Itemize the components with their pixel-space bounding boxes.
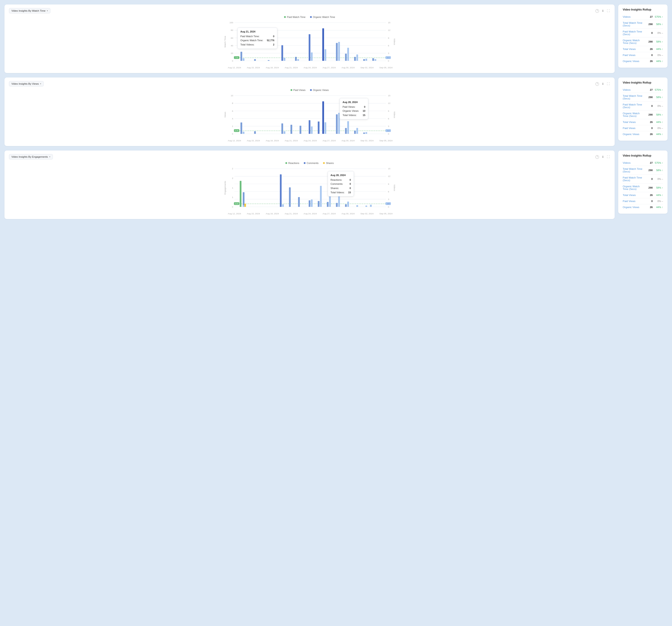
expand-icon-btn[interactable]: ⛶	[606, 81, 610, 86]
bar-right	[338, 113, 340, 134]
bar-left	[322, 101, 324, 134]
rollup-title: Video Insights Rollup	[623, 81, 663, 84]
bar-right	[347, 201, 349, 207]
y-left-title: Engagements	[224, 181, 226, 195]
bar-left	[345, 54, 347, 61]
y-right-label: 0	[388, 133, 389, 135]
bar-right	[338, 42, 340, 61]
download-icon-btn[interactable]: ⬇	[601, 154, 605, 159]
y-left-label: 20	[231, 52, 233, 54]
rollup-row-pct: 0% –	[654, 127, 663, 129]
chart-svg: 02040608010003691215Watch TimeVideosAug …	[9, 20, 610, 69]
download-icon: ⬇	[602, 82, 604, 86]
rollup-row-pct: 0% –	[654, 31, 663, 34]
section-watch-time: Video Insights By Watch Time ▾ ? ⬇ ⛶ Pai…	[4, 4, 668, 73]
y-right-label: 0	[388, 59, 389, 62]
rollup-row-pct: 0% –	[654, 177, 663, 180]
legend-dot	[285, 162, 287, 164]
right-badge: 1.6	[387, 203, 389, 205]
help-icon-btn[interactable]: ?	[595, 81, 599, 86]
y-right-label: 9	[388, 183, 389, 185]
y-right-label: 15	[388, 94, 391, 97]
y-right-title: Videos	[393, 38, 396, 45]
bar-left	[363, 133, 365, 134]
dropdown-arrow-icon: ▾	[47, 9, 48, 12]
left-badge: 7.5	[235, 57, 238, 59]
legend-label: Reactions	[288, 162, 299, 164]
y-right-title: Videos	[393, 111, 396, 118]
rollup-row-value: 0	[646, 127, 653, 129]
rollup-row-value: 26	[646, 60, 653, 63]
rollup-row-pct: 44% ↑	[654, 194, 663, 196]
y-right-label: 3	[388, 52, 389, 54]
chart-header-watch-time: Video Insights By Watch Time ▾ ? ⬇ ⛶	[9, 8, 610, 14]
chart-title-btn-engagements[interactable]: Video Insights By Engagements ▾	[9, 154, 53, 160]
y-left-label: 80	[231, 29, 233, 31]
rollup-row-value: 0	[646, 177, 653, 180]
rollup-row-value: 290	[646, 186, 653, 189]
rollup-row: Paid Watch Time (Secs)00% –	[623, 102, 663, 111]
bar-left	[318, 201, 320, 207]
rollup-row-label: Organic Views	[623, 60, 646, 63]
bar-right	[243, 205, 244, 207]
chart-title-btn-views[interactable]: Video Insights By Views ▾	[9, 81, 44, 87]
rollup-row-label: Total Views	[623, 121, 646, 123]
rollup-row: Organic Views2644% ↑	[623, 131, 663, 137]
expand-icon-btn[interactable]: ⛶	[606, 8, 610, 13]
y-left-label: 100	[230, 21, 233, 24]
rollup-row: Total Watch Time (Secs)29058% ↑	[623, 93, 663, 102]
help-icon: ?	[595, 9, 599, 13]
download-icon-btn[interactable]: ⬇	[601, 81, 605, 86]
legend-engagements: ReactionsCommentsShares	[9, 162, 610, 164]
rollup-row-value: 290	[646, 169, 653, 172]
y-left-label: 2	[232, 125, 233, 127]
bar-right	[284, 131, 285, 134]
y-right-label: 6	[388, 117, 389, 120]
bar-right	[243, 132, 244, 134]
rollup-row-value: 26	[646, 206, 653, 209]
bar-right	[347, 121, 349, 134]
rollup-row-label: Organic Watch Time (Secs)	[623, 112, 646, 117]
legend-dot	[290, 89, 292, 91]
legend-views: Paid ViewsOrganic Views	[9, 89, 610, 91]
bar-left	[280, 174, 282, 207]
y-right-label: 12	[388, 102, 390, 104]
bar-right	[356, 128, 358, 134]
x-label: Aug 27, 2024	[322, 66, 336, 69]
section-views: Video Insights By Views ▾ ? ⬇ ⛶ Paid Vie…	[4, 77, 668, 146]
rollup-row: Total Watch Time (Secs)29058% ↑	[623, 166, 663, 175]
y-left-label: 40	[231, 44, 233, 47]
help-icon-btn[interactable]: ?	[595, 154, 599, 159]
rollup-row: Paid Views00% –	[623, 125, 663, 131]
page-wrapper: Video Insights By Watch Time ▾ ? ⬇ ⛶ Pai…	[4, 4, 668, 219]
rollup-row: Organic Watch Time (Secs)29058% ↑	[623, 184, 663, 192]
expand-icon-btn[interactable]: ⛶	[606, 154, 610, 159]
download-icon-btn[interactable]: ⬇	[601, 8, 605, 13]
x-label: Aug 21, 2024	[285, 66, 298, 69]
rollup-row: Paid Watch Time (Secs)00% –	[623, 175, 663, 184]
x-label: Sep 02, 2024	[360, 66, 374, 69]
rollup-row-pct: 58% ↑	[654, 40, 663, 43]
x-label: Aug 15, 2024	[247, 139, 260, 142]
legend-label: Shares	[326, 162, 334, 164]
y-left-label: 0	[232, 133, 233, 135]
legend-label: Organic Watch Time	[313, 16, 335, 18]
x-label: Sep 02, 2024	[360, 212, 374, 215]
rollup-row: Organic Views2644% ↑	[623, 58, 663, 64]
rollup-row-label: Total Watch Time (Secs)	[623, 95, 646, 100]
rollup-row-pct: 44% ↑	[654, 48, 663, 50]
bar-left	[345, 204, 347, 207]
y-right-label: 12	[388, 29, 390, 31]
rollup-row: Videos27575% ↑	[623, 160, 663, 166]
help-icon-btn[interactable]: ?	[595, 8, 599, 13]
bar-left	[299, 126, 301, 134]
bar-left	[318, 121, 320, 134]
bar-left	[268, 60, 269, 61]
rollup-row: Paid Watch Time (Secs)00% –	[623, 29, 663, 38]
y-left-label: 4	[232, 117, 233, 120]
dropdown-arrow-icon: ▾	[40, 83, 41, 85]
y-right-label: 6	[388, 190, 389, 193]
rollup-row-pct: 58% ↑	[654, 113, 663, 116]
legend-item: Shares	[323, 162, 334, 164]
chart-title-btn-watch-time[interactable]: Video Insights By Watch Time ▾	[9, 8, 50, 14]
